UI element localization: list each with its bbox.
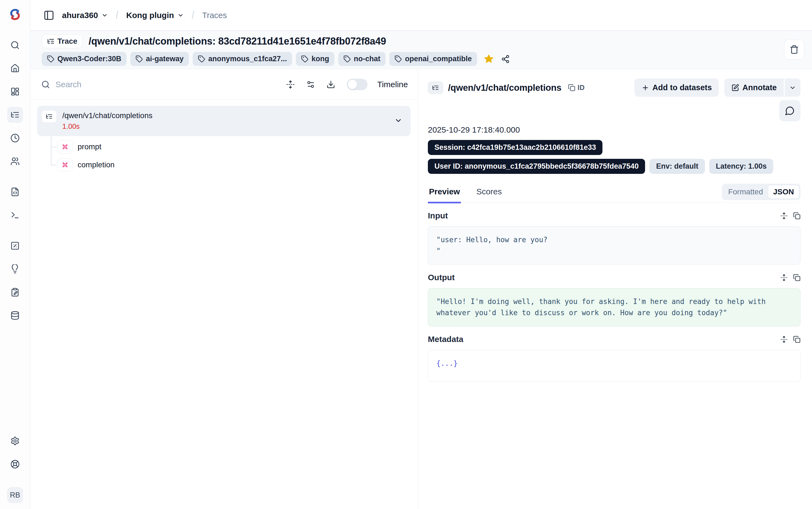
- bookmark-star-button[interactable]: [484, 54, 494, 64]
- collapse-node-button[interactable]: [394, 116, 402, 125]
- collapse-section-button[interactable]: [780, 336, 788, 343]
- tree-item-prompt[interactable]: prompt: [51, 138, 411, 155]
- copy-id-button[interactable]: ID: [568, 83, 585, 92]
- tree-item-label: prompt: [78, 142, 101, 151]
- comments-button[interactable]: [779, 100, 801, 122]
- breadcrumb-project[interactable]: Kong plugin: [126, 11, 184, 20]
- tab-scores[interactable]: Scores: [475, 187, 503, 203]
- home-icon: [10, 64, 20, 73]
- sidebar-item-prompts[interactable]: [7, 184, 23, 200]
- event-node-badge: [58, 140, 73, 154]
- sidebar-item-annotation-queues[interactable]: [7, 284, 23, 300]
- tag-chip[interactable]: kong: [296, 52, 334, 66]
- chevron-down-icon: [101, 12, 108, 19]
- trace-type-badge: Trace: [42, 34, 82, 48]
- copy-section-button[interactable]: [793, 212, 801, 219]
- trace-tags-row: Qwen3-Coder:30B ai-gateway anonymous_c1f…: [42, 52, 774, 66]
- content: Timeline /qwen/v1/chat/completions 1.00s: [30, 69, 812, 509]
- copy-icon: [793, 274, 801, 281]
- copy-section-button[interactable]: [793, 336, 801, 343]
- tag-label: no-chat: [354, 55, 380, 63]
- sidebar-toggle-button[interactable]: [43, 10, 54, 21]
- metadata-content[interactable]: {...}: [428, 350, 801, 382]
- sidebar-item-sessions[interactable]: [7, 130, 23, 146]
- breadcrumb-org-label: ahura360: [62, 11, 98, 20]
- user-avatar[interactable]: RB: [7, 487, 23, 503]
- tab-preview[interactable]: Preview: [428, 187, 461, 203]
- annotate-dropdown-button[interactable]: [785, 78, 801, 97]
- search-icon: [10, 40, 20, 50]
- clock-icon: [10, 133, 20, 143]
- sidebar-item-playground[interactable]: [7, 207, 23, 223]
- search-icon: [41, 80, 50, 89]
- sidebar-item-search[interactable]: [7, 37, 23, 53]
- collapse-all-button[interactable]: [286, 80, 295, 89]
- sidebar-item-evaluators[interactable]: [7, 238, 23, 254]
- tree-root-duration: 1.00s: [62, 122, 152, 131]
- search-input[interactable]: [56, 80, 209, 89]
- annotate-button-group: Annotate: [724, 78, 801, 97]
- user-id-badge[interactable]: User ID: anonymous_c1fca2795bbedc5f36678…: [428, 159, 645, 174]
- output-section: Output "Hello! I'm doing well, thank you…: [428, 273, 801, 327]
- breadcrumb-org[interactable]: ahura360: [62, 11, 108, 20]
- sidebar-item-dashboards[interactable]: [7, 83, 23, 100]
- collapse-section-button[interactable]: [780, 212, 788, 219]
- input-section-title: Input: [428, 211, 448, 220]
- detail-tabs: Preview Scores Formatted JSON: [428, 183, 801, 203]
- sidebar-item-insights[interactable]: [7, 261, 23, 277]
- file-code-icon: [10, 187, 20, 197]
- observation-tree: /qwen/v1/chat/completions 1.00s: [30, 100, 418, 173]
- tag-chip[interactable]: Qwen3-Coder:30B: [42, 52, 126, 66]
- chevron-down-icon: [394, 116, 402, 125]
- tree-settings-button[interactable]: [306, 80, 315, 89]
- format-option-formatted[interactable]: Formatted: [723, 185, 768, 199]
- tree-item-completion[interactable]: completion: [51, 156, 411, 173]
- session-badge[interactable]: Session: c42fca19b75e13aac2b2106610f81e3…: [428, 140, 602, 155]
- trace-node-badge: [428, 81, 443, 94]
- lightbulb-icon: [10, 264, 20, 274]
- sidebar-item-home[interactable]: [7, 60, 23, 76]
- breadcrumb-page[interactable]: Traces: [202, 11, 227, 20]
- square-percent-icon: [10, 241, 20, 250]
- timeline-toggle[interactable]: [347, 79, 367, 90]
- edit-pen-icon: [731, 84, 739, 92]
- event-node-badge: [58, 158, 73, 171]
- chevron-down-icon: [177, 12, 184, 19]
- tag-label: anonymous_c1fca27...: [208, 55, 287, 63]
- sidebar-item-datasets[interactable]: [7, 308, 23, 324]
- comment-bubble-icon: [785, 106, 795, 115]
- collapse-section-button[interactable]: [780, 274, 788, 281]
- download-button[interactable]: [327, 80, 335, 89]
- fold-vertical-icon: [780, 212, 788, 219]
- tag-chip[interactable]: anonymous_c1fca27...: [193, 52, 292, 66]
- sidebar-nav: [7, 37, 23, 324]
- tree-item-label: completion: [78, 161, 114, 169]
- breadcrumb-project-label: Kong plugin: [126, 11, 174, 20]
- trace-detail-panel: /qwen/v1/chat/completions ID Add to data…: [418, 69, 812, 509]
- add-to-datasets-button[interactable]: Add to datasets: [634, 78, 719, 97]
- tree-children: prompt: [51, 138, 411, 173]
- metadata-section: Metadata {...}: [428, 335, 801, 382]
- sidebar-item-settings[interactable]: [7, 433, 23, 449]
- timeline-toggle-label: Timeline: [377, 80, 408, 89]
- annotate-button[interactable]: Annotate: [724, 78, 784, 97]
- users-icon: [10, 157, 20, 166]
- share-button[interactable]: [501, 55, 510, 63]
- sidebar-item-support[interactable]: [7, 456, 23, 472]
- tag-chip[interactable]: openai_compatible: [389, 52, 477, 66]
- sidebar-item-users[interactable]: [7, 154, 23, 169]
- delete-trace-button[interactable]: [784, 39, 804, 60]
- sidebar-item-traces[interactable]: [7, 107, 23, 123]
- download-icon: [327, 80, 335, 89]
- app-logo-icon[interactable]: [8, 7, 23, 22]
- tag-chip[interactable]: ai-gateway: [130, 52, 189, 66]
- app-root: RB ahura360 / Kong plugin / Traces Trace…: [0, 0, 812, 509]
- detail-header: /qwen/v1/chat/completions ID Add to data…: [428, 78, 801, 97]
- copy-section-button[interactable]: [793, 274, 801, 281]
- format-option-json[interactable]: JSON: [768, 185, 799, 199]
- list-tree-icon: [432, 84, 439, 91]
- tree-root-item[interactable]: /qwen/v1/chat/completions 1.00s: [37, 106, 411, 136]
- breadcrumb-separator: /: [192, 9, 194, 21]
- tag-chip[interactable]: no-chat: [338, 52, 386, 66]
- output-content: "Hello! I'm doing well, thank you for as…: [428, 288, 801, 327]
